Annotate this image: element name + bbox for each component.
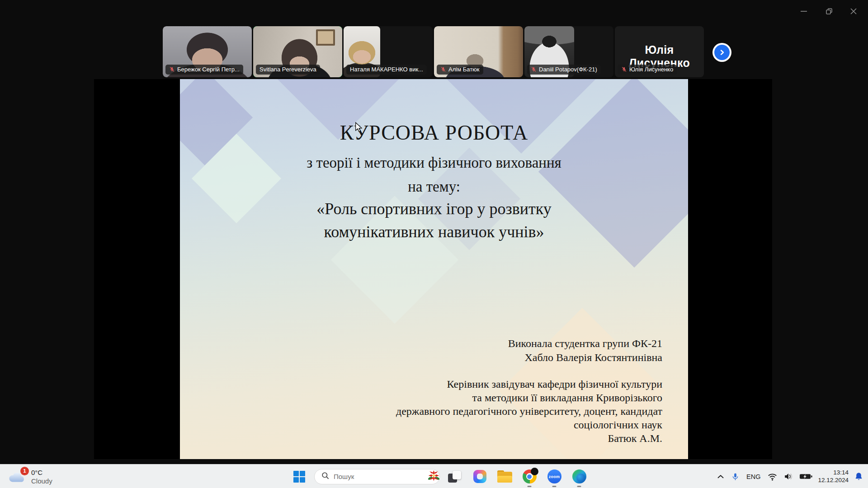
weather-condition: Cloudy	[31, 477, 52, 485]
zoom-icon: zoom	[547, 469, 561, 483]
participant-film-strip: Бережок Сергій Петр... Svitlana Pereverz…	[163, 26, 705, 77]
notification-bell-icon[interactable]	[854, 472, 863, 481]
slide-advisor-line3: державного педагогічного університету, д…	[396, 404, 662, 418]
participant-name-label: Svitlana Pereverzieva	[256, 65, 320, 75]
participant-name-label: Daniil Potapov(ФК-21)	[527, 65, 601, 75]
edge-button[interactable]	[569, 465, 589, 488]
restore-window-icon[interactable]	[820, 4, 838, 19]
participant-tile[interactable]: Наталя МАКАРЕНКО вик...	[344, 26, 433, 77]
language-indicator[interactable]: ENG	[745, 473, 762, 480]
slide-author-line2: Хабло Валерія Костянтинівна	[508, 351, 662, 365]
microphone-in-use-icon[interactable]	[731, 472, 740, 482]
slide-topic-line2: комунікативних навичок учнів»	[180, 222, 688, 241]
chevron-right-icon	[714, 45, 730, 60]
zoom-meeting-window: Бережок Сергій Петр... Svitlana Pereverz…	[0, 0, 868, 488]
slide-title: КУРСОВА РОБОТА	[180, 121, 688, 145]
participant-tile-active-speaker[interactable]: Svitlana Pereverzieva	[253, 26, 342, 77]
copilot-icon	[473, 470, 486, 483]
taskbar-clock[interactable]: 13:14 12.12.2024	[818, 469, 849, 484]
running-indicator	[577, 486, 581, 487]
task-view-button[interactable]	[445, 465, 465, 488]
slide-advisor-block: Керівник завідувач кафедри фізичної куль…	[396, 377, 662, 445]
tray-overflow-chevron[interactable]	[716, 472, 726, 482]
cloud-icon: 1	[7, 470, 26, 483]
participant-name-label: Юлія Лисуненко	[618, 65, 677, 75]
participant-tile[interactable]: Бережок Сергій Петр...	[163, 26, 252, 77]
participant-name: Юлія Лисуненко	[629, 66, 673, 73]
presentation-slide: КУРСОВА РОБОТА з теорії і методики фізич…	[180, 79, 688, 459]
chrome-icon	[523, 469, 537, 483]
muted-mic-icon	[440, 66, 446, 72]
slide-advisor-line1: Керівник завідувач кафедри фізичної куль…	[396, 377, 662, 391]
slide-author-block: Виконала студентка групи ФК-21 Хабло Вал…	[508, 337, 662, 365]
participant-name: Daniil Potapov(ФК-21)	[539, 66, 597, 73]
file-explorer-button[interactable]	[495, 465, 514, 488]
participant-name-label: Бережок Сергій Петр...	[165, 65, 243, 75]
slide-advisor-line5: Батюк А.М.	[396, 432, 662, 445]
running-indicator	[528, 486, 532, 487]
task-view-icon	[448, 470, 462, 483]
wifi-icon[interactable]	[767, 472, 778, 481]
zoom-icon-label: zoom	[549, 474, 560, 479]
notification-badge: 1	[20, 467, 29, 475]
slide-topic-label: на тему:	[180, 178, 688, 195]
participant-name: Бережок Сергій Петр...	[177, 66, 240, 73]
participant-name-label: Алім Батюк	[437, 65, 483, 75]
running-indicator	[552, 486, 557, 487]
participant-tile[interactable]: Daniil Potapov(ФК-21)	[524, 26, 613, 77]
taskbar-search[interactable]	[314, 469, 440, 484]
participant-tile-camera-off[interactable]: Юлія Лисуненко Юлія Лисуненко	[615, 26, 704, 77]
picture-frame-decor	[316, 29, 335, 46]
clock-date: 12.12.2024	[818, 477, 849, 484]
chrome-profile-badge	[531, 468, 538, 475]
close-icon[interactable]	[844, 4, 863, 19]
copilot-button[interactable]	[470, 465, 490, 488]
participant-name: Алім Батюк	[448, 66, 480, 73]
participant-name: Наталя МАКАРЕНКО вик...	[350, 66, 423, 73]
zoom-app-button[interactable]: zoom	[544, 465, 564, 488]
slide-advisor-line2: та методики її викладання Криворізького	[396, 391, 662, 404]
search-input[interactable]	[334, 473, 424, 480]
participant-name-label: Наталя МАКАРЕНКО вик...	[346, 65, 427, 75]
chrome-button[interactable]	[519, 465, 539, 488]
slide-advisor-line4: соціологічних наук	[396, 418, 662, 432]
search-icon	[321, 471, 330, 482]
shared-screen-area: КУРСОВА РОБОТА з теорії і методики фізич…	[94, 79, 772, 459]
battery-charging-icon[interactable]	[799, 473, 812, 480]
mouse-cursor	[354, 122, 363, 135]
edge-icon	[572, 469, 586, 483]
volume-icon[interactable]	[783, 472, 794, 481]
minimize-icon[interactable]	[795, 4, 813, 19]
slide-subtitle: з теорії і методики фізичного виховання	[180, 155, 688, 171]
window-titlebar	[0, 0, 868, 26]
participant-name: Svitlana Pereverzieva	[259, 66, 316, 73]
muted-mic-icon	[169, 66, 175, 72]
poinsettia-flower-icon[interactable]	[428, 469, 440, 483]
muted-mic-icon	[621, 66, 627, 72]
next-participants-page-button[interactable]	[712, 43, 731, 62]
windows-logo-icon	[293, 471, 305, 483]
participant-tile[interactable]: Алім Батюк	[434, 26, 523, 77]
start-button[interactable]	[289, 465, 309, 488]
slide-topic-line1: «Роль спортивних ігор у розвитку	[180, 199, 688, 218]
weather-temperature: 0°C	[31, 468, 52, 477]
folder-icon	[497, 470, 512, 483]
weather-widget[interactable]: 1 0°C Cloudy	[7, 465, 52, 488]
windows-taskbar: 1 0°C Cloudy	[0, 464, 868, 488]
clock-time: 13:14	[818, 469, 849, 477]
slide-author-line1: Виконала студентка групи ФК-21	[508, 337, 662, 351]
muted-mic-icon	[531, 66, 537, 72]
